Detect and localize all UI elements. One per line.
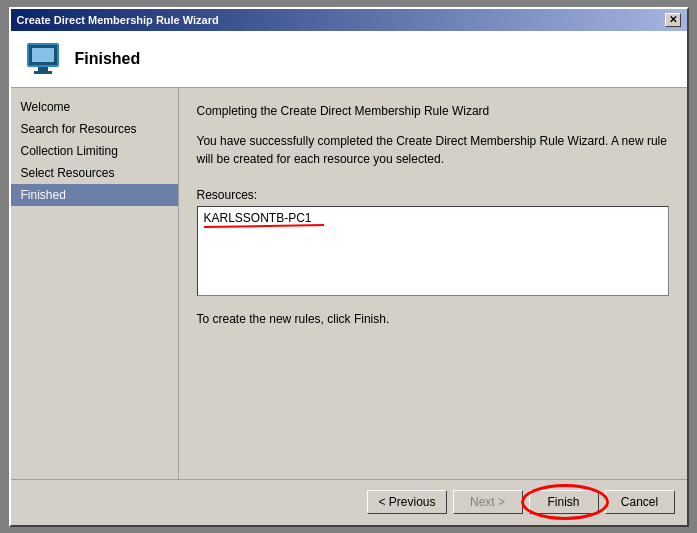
wizard-window: Create Direct Membership Rule Wizard ✕ F… [9,7,689,527]
monitor-base [34,71,52,74]
resource-item: KARLSSONTB-PC1 [204,211,662,225]
footer-area: < Previous Next > Finish Cancel [11,479,687,525]
content-title: Completing the Create Direct Membership … [197,104,669,118]
sidebar-item-collection-limiting[interactable]: Collection Limiting [11,140,178,162]
monitor-screen [32,48,54,62]
sidebar-item-welcome[interactable]: Welcome [11,96,178,118]
sidebar: Welcome Search for Resources Collection … [11,88,179,479]
header-title: Finished [75,50,141,68]
resources-label: Resources: [197,188,669,202]
body-area: Welcome Search for Resources Collection … [11,88,687,479]
sidebar-item-finished[interactable]: Finished [11,184,178,206]
previous-button[interactable]: < Previous [367,490,446,514]
finish-instruction: To create the new rules, click Finish. [197,312,669,326]
title-bar: Create Direct Membership Rule Wizard ✕ [11,9,687,31]
sidebar-item-select-resources[interactable]: Select Resources [11,162,178,184]
close-button[interactable]: ✕ [665,13,681,27]
sidebar-item-search-resources[interactable]: Search for Resources [11,118,178,140]
monitor-icon [27,43,59,67]
header-area: Finished [11,31,687,88]
next-button[interactable]: Next > [453,490,523,514]
resources-box: KARLSSONTB-PC1 [197,206,669,296]
window-title: Create Direct Membership Rule Wizard [17,14,219,26]
description-text: You have successfully completed the Crea… [197,132,669,168]
main-content: Completing the Create Direct Membership … [179,88,687,479]
header-icon [23,39,63,79]
resource-value: KARLSSONTB-PC1 [204,211,312,225]
finish-button[interactable]: Finish [529,490,599,514]
cancel-button[interactable]: Cancel [605,490,675,514]
